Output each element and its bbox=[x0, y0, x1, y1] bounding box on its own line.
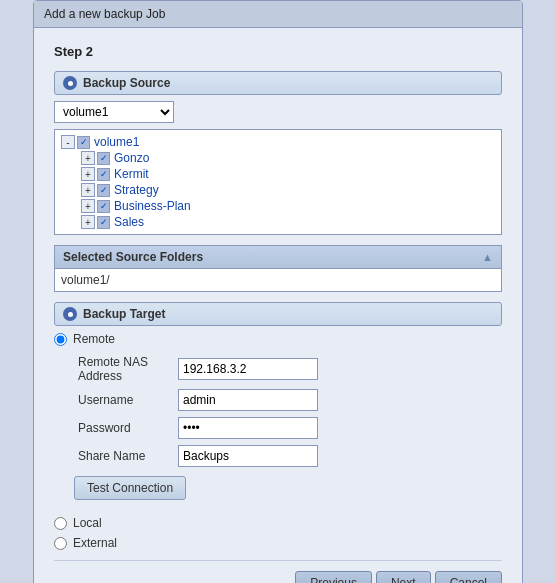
gonzo-expander[interactable]: + bbox=[81, 151, 95, 165]
username-label: Username bbox=[74, 386, 174, 414]
source-dropdown[interactable]: volume1 bbox=[54, 101, 174, 123]
remote-radio-row: Remote bbox=[54, 332, 502, 346]
tree-item-gonzo[interactable]: + Gonzo bbox=[81, 150, 495, 166]
local-radio-row: Local bbox=[54, 516, 502, 530]
backup-target-label: Backup Target bbox=[83, 307, 165, 321]
tree-children: + Gonzo + Kermit + Strategy + Bu bbox=[81, 150, 495, 230]
local-radio[interactable] bbox=[54, 517, 67, 530]
gonzo-label: Gonzo bbox=[114, 151, 149, 165]
tree-item-strategy[interactable]: + Strategy bbox=[81, 182, 495, 198]
businessplan-checkbox[interactable] bbox=[97, 200, 110, 213]
nas-address-input[interactable] bbox=[178, 358, 318, 380]
selected-folders-label: Selected Source Folders bbox=[63, 250, 203, 264]
password-input[interactable] bbox=[178, 417, 318, 439]
password-row: Password bbox=[74, 414, 502, 442]
share-name-label: Share Name bbox=[74, 442, 174, 470]
tree-root-item[interactable]: - volume1 bbox=[61, 134, 495, 150]
businessplan-expander[interactable]: + bbox=[81, 199, 95, 213]
share-name-row: Share Name bbox=[74, 442, 502, 470]
strategy-label: Strategy bbox=[114, 183, 159, 197]
tree-item-kermit[interactable]: + Kermit bbox=[81, 166, 495, 182]
cancel-button[interactable]: Cancel bbox=[435, 571, 502, 583]
nas-address-label: Remote NAS Address bbox=[74, 352, 174, 386]
external-radio-row: External bbox=[54, 536, 502, 550]
external-radio-label: External bbox=[73, 536, 117, 550]
backup-source-label: Backup Source bbox=[83, 76, 170, 90]
tree-item-businessplan[interactable]: + Business-Plan bbox=[81, 198, 495, 214]
target-icon bbox=[63, 307, 77, 321]
root-checkbox[interactable] bbox=[77, 136, 90, 149]
backup-source-header: Backup Source bbox=[54, 71, 502, 95]
external-radio[interactable] bbox=[54, 537, 67, 550]
collapse-icon[interactable]: ▲ bbox=[482, 251, 493, 263]
kermit-checkbox[interactable] bbox=[97, 168, 110, 181]
kermit-expander[interactable]: + bbox=[81, 167, 95, 181]
username-row: Username bbox=[74, 386, 502, 414]
test-connection-button[interactable]: Test Connection bbox=[74, 476, 186, 500]
next-button[interactable]: Next bbox=[376, 571, 431, 583]
gonzo-checkbox[interactable] bbox=[97, 152, 110, 165]
selected-folders-header: Selected Source Folders ▲ bbox=[54, 245, 502, 268]
password-cell bbox=[174, 414, 502, 442]
share-name-cell bbox=[174, 442, 502, 470]
strategy-checkbox[interactable] bbox=[97, 184, 110, 197]
root-label: volume1 bbox=[94, 135, 139, 149]
username-cell bbox=[174, 386, 502, 414]
remote-radio-label: Remote bbox=[73, 332, 115, 346]
remote-radio[interactable] bbox=[54, 333, 67, 346]
username-input[interactable] bbox=[178, 389, 318, 411]
dialog: Add a new backup Job Step 2 Backup Sourc… bbox=[33, 0, 523, 583]
businessplan-label: Business-Plan bbox=[114, 199, 191, 213]
nas-address-cell bbox=[174, 352, 502, 386]
previous-button[interactable]: Previous bbox=[295, 571, 372, 583]
sales-label: Sales bbox=[114, 215, 144, 229]
selected-folders-content: volume1/ bbox=[54, 268, 502, 292]
nas-address-row: Remote NAS Address bbox=[74, 352, 502, 386]
bottom-buttons: Previous Next Cancel bbox=[54, 560, 502, 583]
root-expander[interactable]: - bbox=[61, 135, 75, 149]
sales-checkbox[interactable] bbox=[97, 216, 110, 229]
share-name-input[interactable] bbox=[178, 445, 318, 467]
remote-form-table: Remote NAS Address Username Password bbox=[74, 352, 502, 470]
tree-item-sales[interactable]: + Sales bbox=[81, 214, 495, 230]
local-radio-label: Local bbox=[73, 516, 102, 530]
sales-expander[interactable]: + bbox=[81, 215, 95, 229]
dialog-title: Add a new backup Job bbox=[34, 1, 522, 28]
tree-container: - volume1 + Gonzo + Kermit + St bbox=[54, 129, 502, 235]
backup-target-header: Backup Target bbox=[54, 302, 502, 326]
kermit-label: Kermit bbox=[114, 167, 149, 181]
source-icon bbox=[63, 76, 77, 90]
password-label: Password bbox=[74, 414, 174, 442]
source-dropdown-row: volume1 bbox=[54, 101, 502, 123]
strategy-expander[interactable]: + bbox=[81, 183, 95, 197]
dialog-body: Step 2 Backup Source volume1 - volume1 + bbox=[34, 28, 522, 583]
remote-section: Remote NAS Address Username Password bbox=[74, 352, 502, 510]
step-label: Step 2 bbox=[54, 44, 502, 59]
